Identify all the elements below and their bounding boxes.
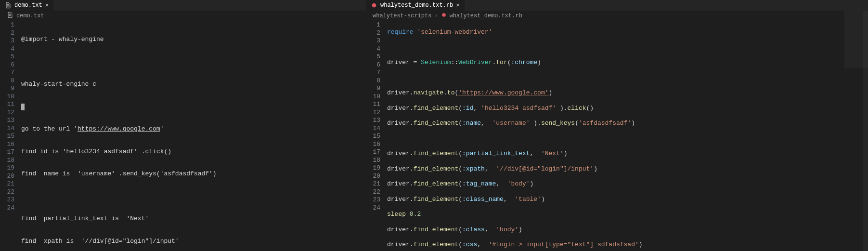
- breadcrumb-bar: demo.txt: [0, 11, 366, 21]
- editor-left[interactable]: 1 2 3 4 5 6 7 8 9 10 11 12 13 14 15 16 1…: [0, 21, 366, 251]
- breadcrumb-item[interactable]: demo.txt: [16, 13, 44, 19]
- left-editor-pane: demo.txt × demo.txt 1 2 3 4 5 6 7 8 9 10…: [0, 0, 366, 251]
- tab-bar: whalytest_demo.txt.rb ×: [366, 0, 868, 11]
- file-text-icon: [7, 12, 13, 20]
- line-gutter: 1 2 3 4 5 6 7 8 9 10 11 12 13 14 15 16 1…: [366, 21, 387, 251]
- file-text-icon: [5, 2, 12, 9]
- minimap[interactable]: [844, 11, 868, 251]
- tab-whalytest-rb[interactable]: whalytest_demo.txt.rb ×: [366, 0, 465, 11]
- line-gutter: 1 2 3 4 5 6 7 8 9 10 11 12 13 14 15 16 1…: [0, 21, 21, 251]
- breadcrumb-item[interactable]: whalytest-scripts: [373, 13, 431, 19]
- breadcrumb-item[interactable]: whalytest_demo.txt.rb: [450, 13, 522, 19]
- text-cursor: [21, 104, 25, 110]
- chevron-right-icon: ›: [434, 13, 438, 19]
- code-content[interactable]: require 'selenium-webdriver' driver = Se…: [387, 21, 868, 251]
- right-editor-pane: whalytest_demo.txt.rb × whalytest-script…: [366, 0, 868, 251]
- close-icon[interactable]: ×: [45, 2, 49, 9]
- breadcrumb-bar: whalytest-scripts › whalytest_demo.txt.r…: [366, 11, 868, 21]
- editor-right[interactable]: 1 2 3 4 5 6 7 8 9 10 11 12 13 14 15 16 1…: [366, 21, 868, 251]
- ruby-file-icon: [441, 12, 447, 20]
- ruby-file-icon: [371, 2, 377, 9]
- code-content[interactable]: @import - whaly-engine whaly-start-engin…: [21, 21, 366, 251]
- tab-label: demo.txt: [14, 2, 42, 9]
- close-icon[interactable]: ×: [456, 2, 460, 9]
- tab-bar: demo.txt ×: [0, 0, 366, 11]
- minimap-viewport[interactable]: [844, 11, 868, 68]
- tab-demo-txt[interactable]: demo.txt ×: [0, 0, 54, 11]
- tab-label: whalytest_demo.txt.rb: [380, 2, 453, 9]
- svg-point-0: [372, 3, 376, 8]
- svg-point-1: [442, 13, 446, 17]
